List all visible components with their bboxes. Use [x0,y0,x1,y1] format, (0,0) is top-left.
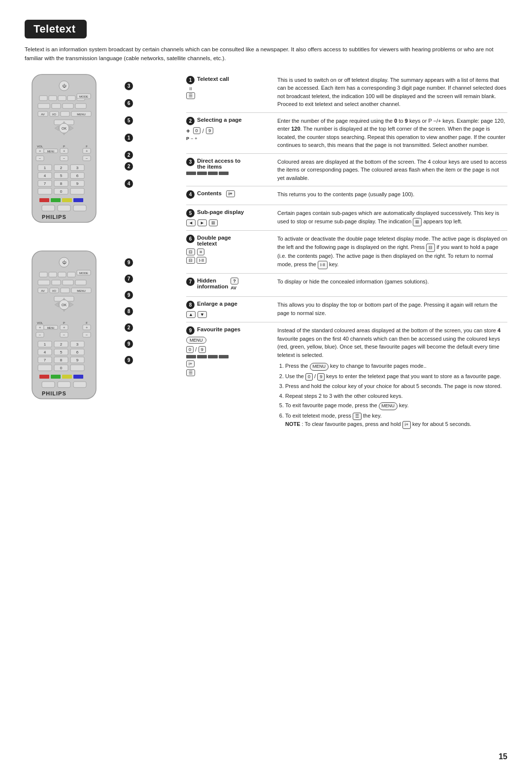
svg-text:5: 5 [60,350,63,354]
feature-4-col: 4 Contents i+ [186,190,272,201]
svg-text:I/O: I/O [52,289,56,292]
page-title: Teletext [33,23,76,35]
feature-6-desc: To activate or deactivate the double pag… [277,235,507,269]
remote2-badges: 9 7 9 8 2 9 9 [125,258,133,364]
svg-text:⏻: ⏻ [62,260,66,265]
fav-9: 9 [199,346,206,353]
teletext-button-icon: ☰ [186,92,195,99]
note-label: NOTE [285,421,300,427]
feature-9-icons: MENU [186,337,272,344]
svg-text:P: P [63,145,65,148]
feature-1-number: 1 [186,76,195,84]
feature-2-label: Selecting a page [197,117,242,123]
feature-2-title: 2 Selecting a page [186,117,272,125]
svg-text:2: 2 [60,342,63,347]
svg-rect-80 [58,272,66,277]
fav-intro: Instead of the standard coloured areas d… [277,326,507,359]
badge-group-2-2: 2 2 [125,151,133,171]
inline-icon-6a: ⊟ [426,244,435,252]
feature-6-label: Double pageteletext [197,235,231,247]
svg-text:F: F [86,145,88,148]
svg-rect-143 [62,375,72,379]
svg-rect-70 [73,198,83,202]
svg-rect-71 [42,205,55,211]
feature-3-icons [186,172,272,175]
svg-rect-12 [63,104,73,108]
svg-text:9: 9 [76,181,79,186]
feature-row-7: 7 Hiddeninformation ? AV To display or h… [186,274,507,297]
badge-2a: 2 [125,151,133,159]
left-arrow-icon: ◄ [186,219,196,226]
col-bar-4 [219,172,229,175]
svg-text:MENU: MENU [47,326,55,329]
p-minus: − [191,136,193,141]
menu-key-2: MENU [379,402,398,410]
fav-colour-bar [186,355,272,358]
fav-icon-teletext: ☰ [186,369,272,376]
fav-col-3 [208,355,218,358]
svg-text:−: − [86,333,88,337]
feature-5-number: 5 [186,209,195,217]
feature-9-title: 9 Favourite pages [186,326,272,335]
svg-text:MENU: MENU [47,150,55,153]
feature-8-icons: ▲ ▼ [186,311,272,318]
svg-text:6: 6 [76,174,79,178]
svg-text:1: 1 [44,166,46,170]
feature-6-col: 6 Double pageteletext ⊟ ≡ ⊟ I·II [186,235,272,269]
svg-text:4: 4 [44,174,46,178]
badge2-9b: 9 [125,291,133,299]
svg-rect-78 [39,272,47,277]
svg-text:0: 0 [60,366,63,370]
svg-rect-63 [38,188,52,194]
feature-3-title: 3 Direct access tothe items [186,158,272,170]
feature-8-col: 8 Enlarge a page ▲ ▼ [186,301,272,318]
fav-step-2: Use the 0 / 9 keys to enter the teletext… [285,372,507,381]
svg-rect-79 [49,272,57,277]
feature-row-9: 9 Favourite pages MENU 0 / 9 [186,322,507,434]
feature-7-label: Hiddeninformation [197,278,228,289]
svg-text:AV: AV [41,289,45,292]
svg-rect-81 [67,272,75,277]
svg-text:P: P [63,321,65,324]
feature-3-number: 3 [186,158,195,166]
col-bar-2 [197,172,207,175]
dbl-page-2: ≡ [197,248,204,255]
feature-9-number: 9 [186,326,195,335]
fav-step-6: To exit teletext mode, press ☰ the key.N… [285,412,507,429]
badge2-9a: 9 [125,258,133,267]
feature-2-desc: Enter the number of the page required us… [277,117,507,149]
feature-7-number: 7 [186,278,195,286]
svg-text:F: F [86,321,88,324]
svg-text:−: − [39,156,41,161]
badge-1: 1 [125,134,133,142]
fav-icons-bottom: i+ [186,360,272,367]
fav-col-2 [197,355,207,358]
svg-rect-145 [42,382,55,388]
svg-text:+: + [39,149,41,153]
fav-key-row: 0 / 9 [186,346,272,353]
dbl-page-4: I·II [197,257,206,264]
feature-5-label: Sub-page display [197,209,244,215]
key-0: 0 [305,373,313,381]
badge2-9c: 9 [125,340,133,348]
fav-col-4 [219,355,229,358]
svg-rect-137 [38,365,52,371]
remote-1-illustration: ⏻ MODE [27,72,103,240]
page-number: 15 [499,752,507,761]
feature-1-desc: This is used to switch on or off teletex… [277,76,507,108]
remote-2-svg: ⏻ MODE AV I/O [27,248,106,417]
enlarge-up: ▲ [186,311,196,318]
svg-text:−: − [63,333,66,337]
intro-text: Teletext is an information system broadc… [25,45,507,63]
svg-rect-86 [63,280,73,285]
iplus-key: i+ [402,421,411,429]
fav-step-4: Repeat steps 2 to 3 with the other colou… [285,392,507,400]
svg-rect-6 [67,96,75,101]
feature-4-number: 4 [186,190,195,199]
feature-3-label: Direct access tothe items [197,158,240,170]
svg-rect-73 [73,205,86,211]
feature-4-desc: This returns you to the contents page (u… [277,190,507,201]
menu-button: MENU [186,337,206,344]
svg-text:MENU: MENU [77,289,86,292]
fav-0: 0 [186,346,194,353]
